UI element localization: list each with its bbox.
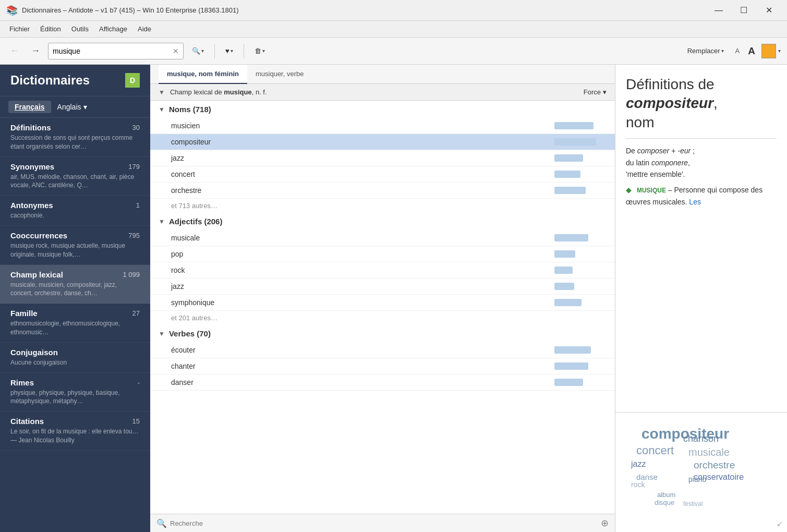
sidebar-item-antonymes[interactable]: Antonymes 1 cacophonie. [0,196,150,226]
separator-2 [244,44,244,58]
sort-label[interactable]: Force [584,88,601,96]
list-header-left: ▼ Champ lexical de musique, n. f. [159,88,584,96]
list-item[interactable]: concert [150,166,615,183]
list-item[interactable]: orchestre [150,183,615,199]
search-input[interactable] [53,47,173,55]
word-cloud-word[interactable]: disque [655,499,674,506]
def-divider [626,138,777,139]
color-dropdown-arrow: ▾ [778,48,781,54]
list-scroll[interactable]: ▼Noms (718) musicien compositeur jazz co… [150,101,615,514]
maximize-button[interactable]: ☐ [732,0,756,21]
font-large-button[interactable]: A [746,43,757,59]
forward-button[interactable]: → [27,43,44,59]
favorites-dropdown-arrow: ▾ [231,48,233,54]
word-cloud-word[interactable]: concert [636,444,674,457]
search-button[interactable]: 🔍 ▾ [188,43,208,59]
list-item[interactable]: musicien [150,118,615,134]
section-header-noms[interactable]: ▼Noms (718) [150,101,615,118]
close-button[interactable]: ✕ [757,0,781,21]
search-box: ✕ [48,43,184,59]
more-link-noms[interactable]: et 713 autres… [150,199,615,213]
resize-handle[interactable]: ↙ [777,519,783,528]
search-bottom-icon: 🔍 [156,518,167,528]
sidebar-item-famille[interactable]: Famille 27 ethnomusicologie, ethnomusico… [0,304,150,343]
word-cloud-word[interactable]: jazz [631,460,646,469]
sidebar-items: Définitions 30 Succession de sons qui so… [0,118,150,532]
list-item[interactable]: musicale [150,230,615,246]
back-button[interactable]: ← [6,43,23,59]
replace-button[interactable]: Remplacer ▾ [682,43,729,59]
sidebar: Dictionnaires D Français Anglais ▾ Défin… [0,65,150,532]
search-icon: 🔍 [192,47,200,55]
history-button[interactable]: 🗑 ▾ [250,43,269,59]
favorites-button[interactable]: ♥ ▾ [221,43,237,59]
word-cloud-word[interactable]: orchestre [694,460,735,471]
word-cloud-word[interactable]: rock [631,480,645,489]
main-layout: Dictionnaires D Français Anglais ▾ Défin… [0,65,787,532]
list-item[interactable]: jazz [150,279,615,295]
word-cloud-word[interactable]: chanson [683,433,719,444]
filter-icon[interactable]: ⊕ [601,517,609,529]
separator-1 [214,44,215,58]
word-cloud: ↙ compositeurconcertmusicalechansonjazzo… [615,412,787,532]
sidebar-item-citations[interactable]: Citations 15 Le soir, on fit de la musiq… [0,412,150,451]
sidebar-header: Dictionnaires D [0,65,150,96]
history-dropdown-arrow: ▾ [262,48,265,54]
right-panel: Définitions decompositeur,nom De compose… [615,65,787,532]
sidebar-item-champ-lexical[interactable]: Champ lexical 1 099 musicale, musicien, … [0,265,150,304]
word-cloud-word[interactable]: musicale [688,446,730,458]
word-cloud-word[interactable]: festival [683,500,703,507]
heart-icon: ♥ [225,47,229,55]
list-item[interactable]: compositeur [150,134,615,150]
list-item[interactable]: danser [150,374,615,391]
definition-etymology: De composer + -eur ; du latin componere,… [626,145,777,180]
collapse-icon[interactable]: ▼ [159,89,165,96]
definition-blue-text: Les [689,198,701,206]
minimize-button[interactable]: — [707,0,731,21]
list-item[interactable]: chanter [150,358,615,374]
list-item[interactable]: rock [150,262,615,279]
sidebar-title: Dictionnaires [10,73,125,88]
font-small-button[interactable]: A [733,45,742,57]
sidebar-item-rimes[interactable]: Rimes - physique, physique, physique, ba… [0,373,150,412]
definition-content: ◆ MUSIQUE – Personne qui compose des œuv… [626,184,777,208]
word-cloud-word[interactable]: album [657,491,675,499]
lang-anglais-button[interactable]: Anglais ▾ [53,101,91,113]
sidebar-item-conjugaison[interactable]: Conjugaison Aucune conjugaison [0,343,150,373]
tab-1[interactable]: musiquer, verbe [247,65,312,84]
menu-aide[interactable]: Aide [132,23,156,35]
list-item[interactable]: jazz [150,150,615,166]
menu-fichier[interactable]: Fichier [4,23,35,35]
domain-label: MUSIQUE [637,187,666,194]
more-link-adjectifs[interactable]: et 201 autres… [150,311,615,325]
list-item[interactable]: pop [150,246,615,262]
domain-diamond: ◆ [626,186,632,194]
list-item[interactable]: écouter [150,342,615,358]
list-header: ▼ Champ lexical de musique, n. f. Force … [150,84,615,101]
section-header-adjectifs[interactable]: ▼Adjectifs (206) [150,213,615,230]
toolbar: ← → ✕ 🔍 ▾ ♥ ▾ 🗑 ▾ Remplacer ▾ A A ▾ [0,38,787,65]
titlebar-title: Dictionnaires – Antidote – v1 b7 (415) –… [22,6,707,14]
search-clear-icon[interactable]: ✕ [173,47,179,55]
menu-affichage[interactable]: Affichage [94,23,132,35]
color-swatch[interactable] [761,44,776,58]
sidebar-item-synonymes[interactable]: Synonymes 179 air, MUS. mélodie, chanson… [0,157,150,196]
right-panel-scroll[interactable]: Définitions decompositeur,nom De compose… [615,65,787,412]
lang-francais-button[interactable]: Français [8,101,51,113]
champ-lexical-label: Champ lexical de musique, n. f. [170,88,267,96]
app-icon: 📚 [6,5,18,16]
word-cloud-word[interactable]: conservatoire [694,473,744,482]
section-header-verbes[interactable]: ▼Verbes (70) [150,325,615,342]
menu-edition[interactable]: Édition [35,23,66,35]
toolbar-right: Remplacer ▾ A A ▾ [682,43,781,59]
menu-outils[interactable]: Outils [66,23,94,35]
sidebar-item-cooccurrences[interactable]: Cooccurrences 795 musique rock, musique … [0,226,150,265]
tab-0[interactable]: musique, nom féminin [159,65,247,84]
list-item[interactable]: symphonique [150,295,615,311]
search-dropdown-arrow: ▾ [201,48,204,54]
window-controls: — ☐ ✕ [707,0,781,21]
content-area: musique, nom fémininmusiquer, verbe ▼ Ch… [150,65,615,532]
search-bottom-input[interactable] [170,519,601,527]
tabs: musique, nom fémininmusiquer, verbe [150,65,615,84]
sidebar-item-définitions[interactable]: Définitions 30 Succession de sons qui so… [0,118,150,157]
